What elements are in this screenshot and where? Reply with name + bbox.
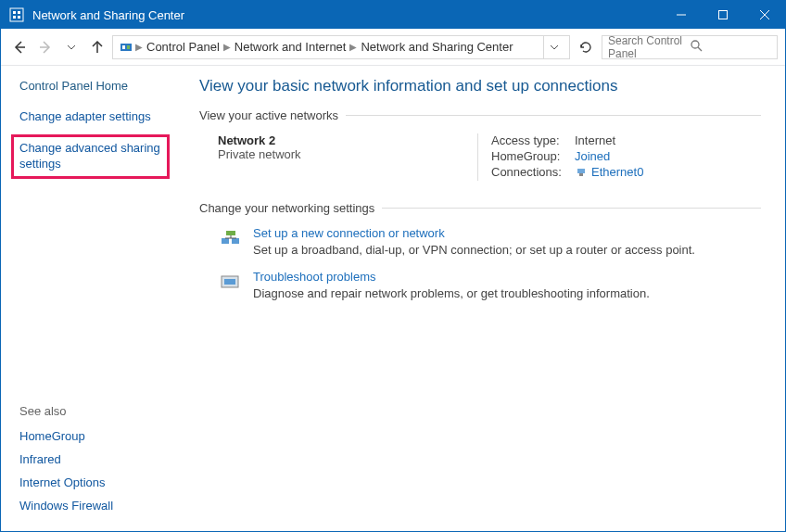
troubleshoot-title: Troubleshoot problems — [253, 270, 650, 284]
main: View your basic network information and … — [186, 66, 785, 531]
troubleshoot-desc: Diagnose and repair network problems, or… — [253, 286, 650, 300]
connections-label: Connections: — [491, 165, 575, 179]
titlebar: Network and Sharing Center — [1, 1, 785, 29]
sidebar: Control Panel Home Change adapter settin… — [1, 66, 186, 531]
network-type: Private network — [218, 147, 477, 161]
ethernet-icon — [575, 166, 588, 179]
homegroup-label: HomeGroup: — [491, 149, 575, 163]
change-advanced-sharing-link[interactable]: Change advanced sharing settings — [19, 141, 161, 172]
search-input[interactable]: Search Control Panel — [602, 35, 778, 59]
svg-rect-12 — [120, 44, 132, 51]
search-placeholder: Search Control Panel — [608, 34, 690, 60]
navbar: ▶ Control Panel ▶ Network and Internet ▶… — [1, 29, 785, 66]
svg-rect-19 — [222, 238, 229, 244]
svg-rect-14 — [127, 45, 130, 49]
svg-rect-0 — [10, 8, 23, 21]
connection-link[interactable]: Ethernet0 — [591, 165, 643, 179]
forward-button[interactable] — [34, 36, 57, 58]
svg-rect-4 — [18, 16, 20, 19]
separator — [477, 133, 478, 181]
access-type-label: Access type: — [491, 133, 575, 147]
svg-rect-17 — [577, 169, 585, 173]
setup-connection-item[interactable]: Set up a new connection or network Set u… — [199, 226, 761, 257]
active-network-panel: Network 2 Private network Access type: I… — [199, 133, 761, 181]
body: Control Panel Home Change adapter settin… — [1, 66, 785, 531]
maximize-button[interactable] — [702, 1, 743, 29]
svg-rect-13 — [122, 45, 125, 49]
breadcrumb-root-icon — [119, 40, 133, 55]
page-title: View your basic network information and … — [199, 77, 761, 95]
close-button[interactable] — [743, 1, 785, 29]
back-button[interactable] — [8, 36, 31, 58]
svg-rect-3 — [13, 16, 16, 19]
svg-rect-6 — [718, 11, 727, 19]
chevron-right-icon[interactable]: ▶ — [349, 42, 357, 52]
access-type-value: Internet — [575, 133, 615, 147]
network-summary: Network 2 Private network — [218, 133, 477, 181]
troubleshoot-icon — [218, 270, 244, 296]
minimize-button[interactable] — [660, 1, 702, 29]
breadcrumb[interactable]: ▶ Control Panel ▶ Network and Internet ▶… — [112, 35, 570, 59]
recent-dropdown-icon[interactable] — [60, 36, 82, 58]
breadcrumb-item[interactable]: Network and Internet — [235, 40, 347, 54]
network-details: Access type: Internet HomeGroup: Joined … — [491, 133, 643, 181]
setup-connection-title: Set up a new connection or network — [253, 226, 695, 240]
breadcrumb-item[interactable]: Network and Sharing Center — [361, 40, 513, 54]
setup-connection-desc: Set up a broadband, dial-up, or VPN conn… — [253, 243, 695, 257]
see-also-windows-firewall[interactable]: Windows Firewall — [19, 499, 186, 513]
highlighted-region: Change advanced sharing settings — [11, 134, 170, 179]
svg-rect-20 — [232, 238, 239, 244]
up-button[interactable] — [86, 36, 108, 58]
homegroup-link[interactable]: Joined — [575, 149, 610, 163]
refresh-button[interactable] — [574, 35, 598, 59]
change-adapter-settings-link[interactable]: Change adapter settings — [19, 109, 186, 125]
change-settings-heading: Change your networking settings — [199, 201, 761, 215]
active-networks-heading: View your active networks — [199, 108, 761, 122]
address-dropdown-button[interactable] — [543, 36, 564, 58]
window-title: Network and Sharing Center — [32, 8, 660, 22]
app-icon — [8, 6, 25, 23]
svg-rect-2 — [18, 11, 20, 14]
spacer — [19, 186, 186, 404]
network-name: Network 2 — [218, 133, 477, 147]
troubleshoot-item[interactable]: Troubleshoot problems Diagnose and repai… — [199, 270, 761, 300]
chevron-right-icon[interactable]: ▶ — [135, 42, 143, 52]
svg-rect-1 — [13, 11, 16, 14]
svg-point-15 — [691, 41, 699, 48]
svg-line-16 — [698, 47, 702, 51]
see-also-heading: See also — [19, 404, 186, 418]
svg-rect-25 — [224, 279, 235, 285]
setup-connection-icon — [218, 226, 244, 252]
svg-rect-18 — [579, 173, 583, 176]
breadcrumb-item[interactable]: Control Panel — [146, 40, 220, 54]
svg-rect-21 — [226, 231, 235, 235]
search-icon — [690, 39, 771, 55]
control-panel-home-link[interactable]: Control Panel Home — [19, 79, 186, 93]
see-also-internet-options[interactable]: Internet Options — [19, 475, 186, 489]
chevron-right-icon[interactable]: ▶ — [223, 42, 231, 52]
see-also-infrared[interactable]: Infrared — [19, 452, 186, 466]
see-also-homegroup[interactable]: HomeGroup — [19, 429, 186, 443]
window: Network and Sharing Center ▶ Control Pan… — [0, 0, 786, 532]
